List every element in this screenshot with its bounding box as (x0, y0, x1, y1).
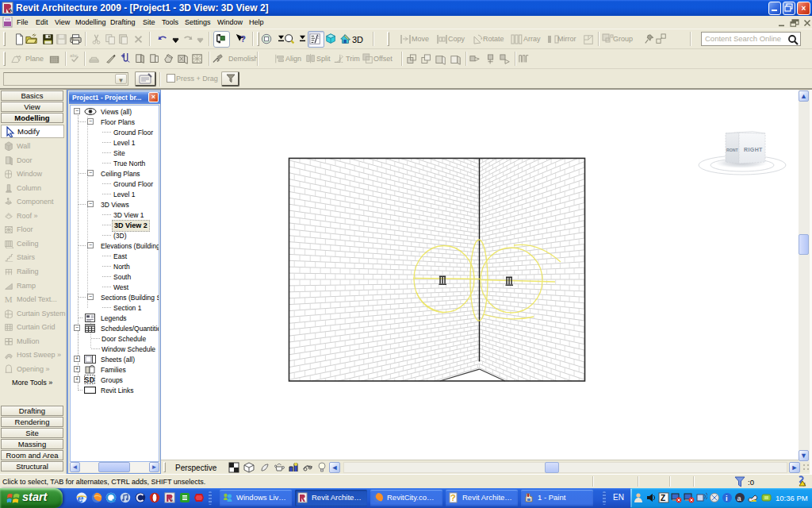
svg-text:M: M (5, 294, 13, 304)
svg-text:A: A (9, 8, 13, 13)
svg-text:RIGHT: RIGHT (744, 147, 763, 152)
svg-text:SD: SD (84, 375, 95, 384)
svg-text:?: ? (240, 34, 246, 44)
svg-text:?: ? (450, 493, 456, 502)
svg-text:RONT: RONT (726, 148, 739, 152)
svg-text:abc: abc (70, 52, 78, 58)
svg-text:Z: Z (661, 494, 665, 502)
svg-text:e: e (78, 492, 84, 503)
svg-text:i: i (726, 495, 728, 502)
